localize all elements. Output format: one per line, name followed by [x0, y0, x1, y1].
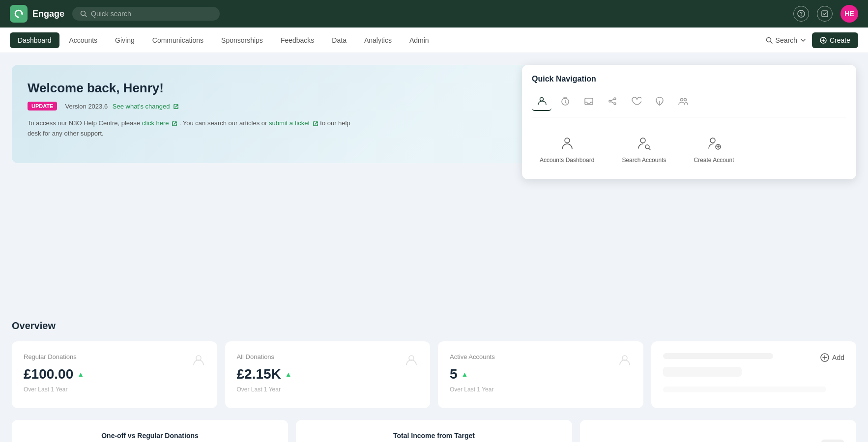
search-accounts-icon: [634, 133, 654, 153]
create-account-label: Create Account: [694, 157, 734, 164]
tab-giving[interactable]: Giving: [107, 32, 143, 48]
tab-admin[interactable]: Admin: [402, 32, 437, 48]
svg-point-26: [710, 138, 715, 143]
click-here-link[interactable]: click here: [142, 119, 179, 127]
create-account-icon: [704, 133, 724, 153]
create-plus-icon: [820, 37, 827, 44]
stats-grid: Regular Donations £100.00 ▲ Over Last 1 …: [12, 341, 856, 408]
donut-chart-title: One-off vs Regular Donations: [24, 432, 276, 440]
add-widget-button[interactable]: Add: [820, 353, 844, 362]
search-chevron-icon: [800, 37, 806, 43]
qn-tab-accounts[interactable]: [532, 91, 551, 111]
accounts-dashboard-icon: [557, 133, 577, 153]
secondary-navigation: Dashboard Accounts Giving Communications…: [0, 28, 868, 53]
search-icon: [80, 10, 87, 17]
active-accounts-label: Active Accounts: [450, 353, 632, 360]
quick-nav-items: Accounts Dashboard Search Accounts: [532, 127, 846, 169]
external-link-icon: [173, 104, 179, 110]
regular-donations-trend: ▲: [77, 370, 84, 378]
svg-point-21: [684, 99, 687, 101]
qn-tab-heart[interactable]: [626, 91, 646, 111]
svg-point-11: [540, 98, 544, 101]
regular-donations-icon: [192, 353, 205, 370]
all-donations-value: £2.15K ▲: [237, 366, 419, 382]
help-text: To access our N3O Help Centre, please cl…: [28, 118, 362, 139]
quick-nav-icon-tabs: [532, 91, 846, 117]
quick-nav-panel: Quick Navigation: [522, 65, 856, 179]
qn-item-search-accounts[interactable]: Search Accounts: [614, 127, 674, 169]
tab-communications[interactable]: Communications: [145, 32, 211, 48]
tab-feedbacks[interactable]: Feedbacks: [273, 32, 322, 48]
svg-text:?: ?: [800, 11, 803, 17]
app-logo[interactable]: Engage: [10, 5, 64, 23]
target-chart-card: Total Income from Target £5.00M: [296, 420, 572, 442]
top-navigation: Engage Quick search ? HE: [0, 0, 868, 28]
secondary-nav-right: Search Create: [766, 32, 858, 48]
tab-analytics[interactable]: Analytics: [356, 32, 400, 48]
widget-icon-wrap: [592, 440, 844, 442]
stat-card-regular-donations: Regular Donations £100.00 ▲ Over Last 1 …: [12, 341, 217, 408]
add-widget-icon: [820, 353, 829, 362]
tab-accounts[interactable]: Accounts: [61, 32, 106, 48]
quick-search-bar[interactable]: Quick search: [72, 7, 220, 21]
svg-point-23: [640, 138, 645, 143]
create-label: Create: [830, 36, 850, 44]
stat-card-active-accounts: Active Accounts 5 ▲ Over Last 1 Year: [438, 341, 643, 408]
search-accounts-label: Search Accounts: [622, 157, 666, 164]
external-link-icon-2: [172, 121, 177, 127]
accounts-dashboard-label: Accounts Dashboard: [540, 157, 594, 164]
svg-line-17: [611, 99, 614, 101]
create-button[interactable]: Create: [812, 32, 858, 48]
update-badge: UPDATE: [28, 102, 57, 110]
svg-line-2: [85, 15, 87, 17]
qn-item-accounts-dashboard[interactable]: Accounts Dashboard: [532, 127, 602, 169]
version-text: Version 2023.6 See what's changed: [65, 103, 179, 110]
svg-point-14: [609, 100, 611, 102]
active-accounts-period: Over Last 1 Year: [450, 386, 632, 393]
all-donations-period: Over Last 1 Year: [237, 386, 419, 393]
qn-item-create-account[interactable]: Create Account: [686, 127, 742, 169]
qn-tab-team[interactable]: [673, 91, 693, 111]
tasks-button[interactable]: [817, 6, 833, 22]
tab-sponsorships[interactable]: Sponsorships: [213, 32, 271, 48]
help-button[interactable]: ?: [793, 6, 809, 22]
qn-tab-timer[interactable]: [555, 91, 575, 111]
quick-search-label: Quick search: [91, 10, 131, 18]
logo-icon: [10, 5, 28, 23]
svg-point-16: [614, 103, 616, 105]
tab-dashboard[interactable]: Dashboard: [10, 32, 59, 48]
svg-line-18: [611, 102, 614, 103]
widget-icon-btn[interactable]: [821, 440, 844, 442]
add-widget-label: Add: [832, 354, 844, 361]
stat-card-all-donations: All Donations £2.15K ▲ Over Last 1 Year: [225, 341, 431, 408]
user-avatar[interactable]: HE: [840, 5, 858, 23]
search-icon-secondary: [766, 37, 773, 44]
all-donations-label: All Donations: [237, 353, 419, 360]
all-donations-icon: [405, 353, 418, 370]
regular-donations-value: £100.00 ▲: [24, 366, 205, 382]
donut-chart-card: One-off vs Regular Donations £220.00 £22…: [12, 420, 288, 442]
qn-tab-giving[interactable]: [650, 91, 669, 111]
all-donations-trend: ▲: [285, 370, 292, 378]
active-accounts-value: 5 ▲: [450, 366, 632, 382]
svg-line-7: [770, 41, 772, 43]
svg-point-15: [614, 98, 616, 100]
see-changes-link[interactable]: See what's changed: [113, 103, 179, 110]
svg-line-25: [649, 148, 650, 150]
quick-nav-title: Quick Navigation: [532, 75, 846, 83]
stat-card-placeholder: Add: [651, 341, 857, 408]
svg-point-0: [21, 13, 23, 15]
search-button[interactable]: Search: [766, 36, 806, 44]
search-label: Search: [776, 36, 797, 44]
tab-data[interactable]: Data: [324, 32, 354, 48]
overview-section: Overview Regular Donations £100.00 ▲ Ove…: [12, 320, 856, 442]
top-nav-right: ? HE: [793, 5, 858, 23]
overview-title: Overview: [12, 320, 856, 332]
qn-tab-connections[interactable]: [603, 91, 622, 111]
external-link-icon-3: [313, 121, 318, 127]
widget-chart-card: [580, 420, 856, 442]
qn-tab-inbox[interactable]: [579, 91, 599, 111]
active-accounts-icon: [618, 353, 632, 370]
charts-grid: One-off vs Regular Donations £220.00 £22…: [12, 420, 856, 442]
submit-ticket-link[interactable]: submit a ticket: [269, 119, 320, 127]
